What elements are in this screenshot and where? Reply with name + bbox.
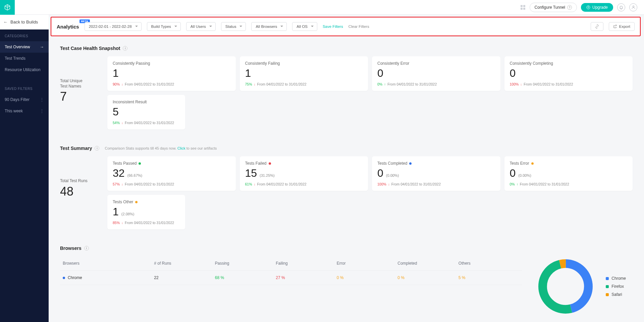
profile-avatar[interactable] [629,3,637,11]
save-filters-link[interactable]: Save Filters [323,24,343,29]
upgrade-button[interactable]: Upgrade [581,3,613,12]
card-value: 1 [245,67,363,79]
table-header: Browsers # of Runs Passing Failing Error… [60,256,522,271]
status-filter[interactable]: Status [221,22,246,31]
card-range: From 04/01/2022 to 31/01/2022 [391,182,441,186]
sidebar-item-resource-utilization[interactable]: Resource Utilization [0,64,49,75]
browsers-donut-chart: Chrome Firefox Safari [535,256,633,317]
arrow-down-icon: ↓ [254,182,256,186]
card-title: Consistently Error [377,61,495,66]
card-title: Consistently Completing [510,61,628,66]
more-icon[interactable]: ⋮ [40,97,44,102]
saved-filter-90-days[interactable]: 90 Days Filter ⋮ [0,94,49,105]
link-icon [595,24,599,29]
browser-dot-icon [63,277,65,279]
info-icon[interactable]: i [84,246,89,251]
status-dot-icon [135,201,138,203]
upgrade-label: Upgrade [592,5,608,10]
sidebar-item-label: Resource Utilization [5,67,41,72]
help-icon: ? [567,5,572,10]
info-icon[interactable]: i [123,46,127,51]
card-paren: (2.08%) [121,212,135,216]
table-row[interactable]: Chrome 22 68 % 27 % 0 % 0 % 5 % [60,271,522,285]
sidebar-item-test-trends[interactable]: Test Trends [0,53,49,64]
more-icon[interactable]: ⋮ [40,109,44,113]
arrow-down-icon: ↓ [121,121,123,125]
sidebar-item-test-overview[interactable]: Test Overview → [0,41,49,53]
arrow-left-icon: ← [3,19,8,24]
total-unique-value: 7 [60,90,99,104]
cell-completed: 0 % [397,275,459,280]
arrow-down-icon: ↓ [121,83,123,86]
saved-filters-heading: SAVED FILTERS [0,82,49,94]
total-runs-value: 48 [60,184,99,199]
categories-heading: CATEGORIES [0,30,49,41]
click-link[interactable]: Click [177,146,185,150]
users-filter[interactable]: All Users [186,22,216,31]
saved-filter-this-week[interactable]: This week ⋮ [0,105,49,117]
card-value: 1 [113,206,119,218]
clear-filters-link[interactable]: Clear Filters [348,24,369,29]
browsers-title: Browsers i [60,239,633,256]
card-inconsistent-result: Inconsistent Result 5 54% ↓ From 04/01/2… [107,95,185,129]
back-to-builds-label: Back to Builds [10,19,38,24]
card-range: From 04/01/2022 to 31/01/2022 [125,121,174,125]
legend-color-icon [606,277,609,280]
sidebar-item-label: Test Trends [5,56,25,61]
card-title: Inconsistent Result [113,100,180,104]
card-pct: 85% [113,221,120,225]
filter-bar: Analytics BETA 2022-02-01 - 2022-02-28 B… [51,17,641,36]
card-paren: (0.00%) [386,173,399,177]
legend-item: Safari [606,292,626,297]
legend-item: Chrome [606,276,626,281]
card-value: 0 [377,67,495,79]
card-range: From 04/01/2022 to 31/01/2022 [524,82,573,86]
col-others: Others [459,261,520,266]
card-snapshot: Consistently Failing175%↓From 04/01/2022… [240,56,368,91]
card-value: 5 [113,106,180,118]
copy-link-button[interactable] [591,22,603,31]
donut-legend: Chrome Firefox Safari [606,276,626,297]
total-unique-label: Total Unique Test Names [60,78,90,89]
col-failing: Failing [276,261,337,266]
card-title: Tests Completed [377,161,495,166]
card-pct: 90% [113,82,120,86]
main-content: Analytics BETA 2022-02-01 - 2022-02-28 B… [49,15,644,322]
summary-subtitle: Comparison Stats supports till 45 days n… [105,146,217,150]
snapshot-title: Test Case Health Snapshot i [60,40,633,56]
saved-filter-label: 90 Days Filter [5,97,30,102]
card-paren: (66.67%) [127,173,143,177]
back-to-builds[interactable]: ← Back to Builds [0,15,49,30]
logo[interactable] [0,0,15,15]
card-title: Tests Passed [113,161,230,166]
card-summary: Tests Failed 15 (31.25%)61%↓From 04/01/2… [240,156,368,191]
legend-item: Firefox [606,284,626,289]
card-range: From 04/01/2022 to 31/01/2022 [125,82,174,86]
card-pct: 54% [113,121,120,125]
notifications-icon[interactable] [617,3,625,11]
topbar: Configure Tunnel ? Upgrade [0,0,644,15]
page-title-text: Analytics [57,24,79,30]
arrow-up-icon: ↑ [384,83,386,86]
card-pct: 100% [377,182,386,186]
apps-grid-icon[interactable] [520,5,526,10]
build-types-filter[interactable]: Build Types [147,22,181,31]
date-range-filter[interactable]: 2022-02-01 - 2022-02-28 [85,22,142,31]
card-title: Consistently Failing [245,61,363,66]
browsers-filter[interactable]: All Browsers [251,22,287,31]
donut-icon [535,256,596,317]
export-icon [613,24,617,29]
info-icon[interactable]: i [95,146,99,151]
col-browsers: Browsers [63,261,154,266]
card-range: From 04/01/2022 to 31/01/2022 [125,221,174,225]
card-range: From 04/01/2022 to 31/01/2022 [257,82,307,86]
configure-tunnel-button[interactable]: Configure Tunnel ? [530,3,577,12]
export-label: Export [619,24,630,29]
col-runs: # of Runs [154,261,215,266]
arrow-down-icon: ↓ [121,182,123,186]
arrow-down-icon: ↓ [121,221,123,225]
os-filter[interactable]: All OS [292,22,317,31]
export-button[interactable]: Export [609,22,635,31]
card-range: From 04/01/2022 to 31/01/2022 [387,82,437,86]
arrow-up-icon: ↑ [517,182,518,186]
